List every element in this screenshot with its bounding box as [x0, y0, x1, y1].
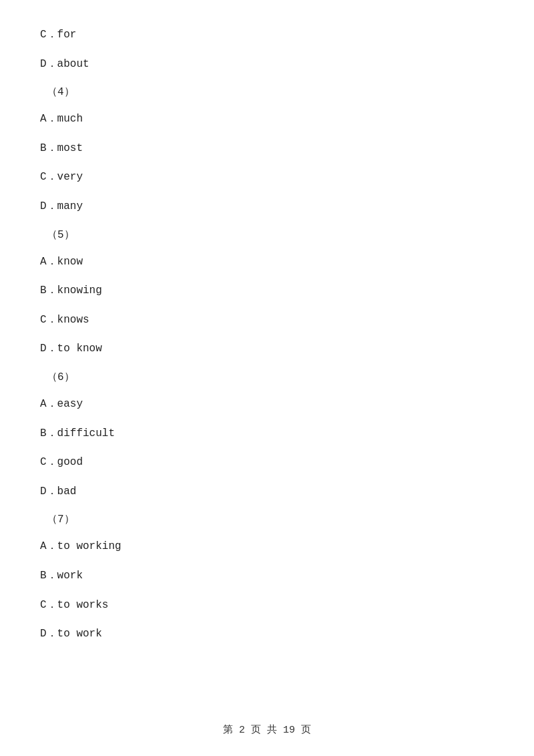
q6-option-c: C．good	[40, 454, 494, 471]
question-4-number: （4）	[40, 85, 494, 99]
q4-option-c: C．very	[40, 169, 494, 186]
page-content: C．for D．about （4） A．much B．most C．very D…	[0, 0, 534, 695]
q5-option-d: D．to know	[40, 341, 494, 358]
q5-option-a: A．know	[40, 254, 494, 271]
q4-option-d: D．many	[40, 198, 494, 216]
q4-option-a: A．much	[40, 111, 494, 128]
q6-option-b: B．difficult	[40, 425, 494, 443]
q7-option-d: D．to work	[40, 626, 494, 643]
page-footer: 第 2 页 共 19 页	[0, 723, 534, 736]
q5-option-c: C．knows	[40, 312, 494, 329]
q7-option-a: A．to working	[40, 538, 494, 556]
question-5-number: （5）	[40, 228, 494, 242]
q7-option-b: B．work	[40, 568, 494, 585]
option-c-for: C．for	[40, 27, 494, 44]
option-d-about: D．about	[40, 56, 494, 73]
q7-option-c: C．to works	[40, 597, 494, 614]
q6-option-d: D．bad	[40, 484, 494, 501]
question-6-number: （6）	[40, 370, 494, 384]
q4-option-b: B．most	[40, 140, 494, 158]
q6-option-a: A．easy	[40, 396, 494, 413]
question-7-number: （7）	[40, 512, 494, 526]
q5-option-b: B．knowing	[40, 282, 494, 300]
